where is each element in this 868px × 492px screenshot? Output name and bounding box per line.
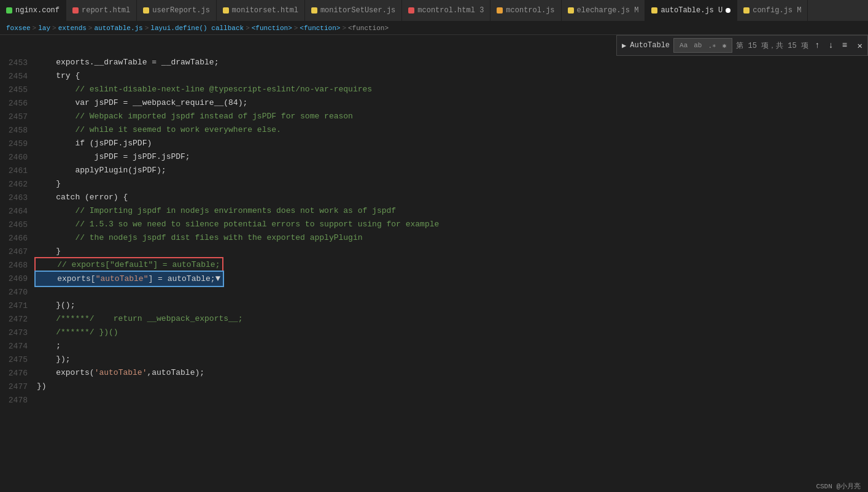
table-row: 2467 } (0, 245, 868, 258)
line-number: 2464 (0, 207, 37, 216)
breadcrumb-foxsee[interactable]: foxsee (6, 25, 31, 32)
breadcrumb-sep-4: > (246, 25, 250, 32)
tab-icon-nginx (6, 7, 12, 13)
tab-report[interactable]: report.html (66, 0, 137, 21)
code-token: reason (324, 112, 353, 121)
search-trigger[interactable]: ▶ (622, 41, 626, 50)
line-number: 2473 (0, 328, 37, 337)
table-row: 2463 catch (error) { (0, 191, 868, 204)
code-token: exports( (37, 368, 95, 377)
tab-label-mcontrol-html: mcontrol.html 3 (417, 6, 484, 15)
table-row: 2455 // eslint-disable-next-line @typesc… (0, 83, 868, 96)
search-next-btn[interactable]: ↓ (826, 39, 835, 52)
code-token (37, 301, 56, 310)
line-content: // Webpack imported jspdf instead of jsP… (37, 110, 862, 123)
search-menu-btn[interactable]: ≡ (840, 39, 850, 52)
breadcrumb-lay[interactable]: lay (38, 25, 50, 32)
cursor-arrow: ▼ (215, 274, 220, 283)
line-number: 2467 (0, 247, 37, 256)
line-number: 2454 (0, 72, 37, 81)
tab-label-elecharge: elecharge.js M (577, 6, 639, 15)
code-token: catch (error) { (37, 193, 128, 202)
tab-monitorsetuser[interactable]: monitorSetUser.js (305, 0, 402, 21)
tab-monitorset[interactable]: monitorset.html (217, 0, 305, 21)
breadcrumb-fn2[interactable]: <function> (300, 25, 340, 32)
line-content: } (37, 177, 862, 191)
line-number: 2474 (0, 342, 37, 351)
code-token: ] = autoTable; (148, 274, 215, 283)
line-number: 2456 (0, 99, 37, 108)
line-number: 2455 (0, 85, 37, 94)
table-row: 2465 // 1.5.3 so we need to silence pote… (0, 218, 868, 231)
table-row: 2476 exports('autoTable',autoTable); (0, 366, 868, 380)
breadcrumb-layui-define[interactable]: layui.define() callback (150, 25, 244, 32)
code-token: (); (61, 301, 75, 310)
tab-autotable[interactable]: autoTable.js U (645, 0, 737, 21)
code-token: var jsPDF = __webpack_require__(84); (37, 98, 247, 107)
table-row: 2461 applyPlugin(jsPDF); (0, 164, 868, 177)
code-token: try { (37, 71, 80, 80)
line-number: 2463 (0, 193, 37, 202)
code-token: exports.__drawTable = __drawTable; (37, 58, 219, 67)
search-prev-btn[interactable]: ↑ (812, 39, 822, 52)
tab-icon-config (743, 7, 750, 13)
code-token: // 1.5.3 so we need to silence potential… (37, 220, 439, 229)
search-word-btn[interactable]: ab (692, 41, 703, 50)
line-number: 2460 (0, 153, 37, 162)
tab-nginx[interactable]: nginx.conf (0, 0, 66, 21)
line-content: catch (error) { (37, 191, 862, 204)
code-token: // while it seemed to work everywhere el… (37, 125, 281, 134)
line-content: // Importing jspdf in nodejs environment… (37, 204, 862, 218)
line-content: applyPlugin(jsPDF); (37, 164, 862, 177)
tab-icon-monitorsetuser (311, 7, 317, 13)
tab-mcontrol-html[interactable]: mcontrol.html 3 (402, 0, 490, 21)
tab-mcontrol-js[interactable]: mcontrol.js (490, 0, 561, 21)
line-content: ; (37, 339, 862, 353)
table-row: 2469 exports["autoTable"] = autoTable;▼ (0, 272, 868, 285)
search-close-btn[interactable]: ✕ (858, 40, 862, 51)
search-case-btn[interactable]: Aa (678, 41, 689, 50)
line-number: 2468 (0, 261, 37, 270)
breadcrumb: foxsee > lay > extends > autoTable.js > … (0, 21, 868, 35)
breadcrumb-autotable[interactable]: autoTable.js (94, 25, 142, 32)
code-token: applyPlugin(jsPDF); (37, 166, 166, 175)
tab-config[interactable]: config.js M (737, 0, 808, 21)
line-number: 2466 (0, 234, 37, 243)
breadcrumb-sep-6: > (342, 25, 346, 32)
code-token: 'autoTable' (95, 368, 147, 377)
search-panel: ▶ AutoTable Aa ab .∗ ✱ 第 15 项，共 15 项 ↑ ↓… (616, 35, 868, 56)
breadcrumb-fn1[interactable]: <function> (252, 25, 292, 32)
line-number: 2472 (0, 315, 37, 324)
table-row: 2466 // the nodejs jspdf dist files with… (0, 231, 868, 245)
code-token: /******/ return __webpack_exports__; (37, 314, 242, 323)
table-row: 2457 // Webpack imported jspdf instead o… (0, 110, 868, 123)
tab-icon-report (72, 7, 79, 13)
search-highlight-btn[interactable]: ✱ (721, 41, 729, 50)
code-lines: 2453 exports.__drawTable = __drawTable;2… (0, 56, 868, 407)
code-token: // Importing jspdf in nodejs environment… (37, 206, 396, 215)
table-row: 2462 } (0, 177, 868, 191)
breadcrumb-extends[interactable]: extends (58, 25, 87, 32)
search-input-box: Aa ab .∗ ✱ (673, 38, 732, 53)
tab-userreport[interactable]: userReport.js (137, 0, 217, 21)
line-number: 2469 (0, 274, 37, 283)
line-content: }); (37, 353, 862, 366)
tab-elecharge[interactable]: elecharge.js M (562, 0, 646, 21)
line-number: 2470 (0, 288, 37, 297)
search-count: 第 15 项，共 15 项 (736, 40, 808, 51)
line-content: exports.__drawTable = __drawTable; (37, 56, 862, 69)
code-token: if (jsPDF.jsPDF) (37, 139, 152, 148)
code-token: // eslint-disable-next-line @typescript-… (37, 85, 372, 94)
code-area[interactable]: 2453 exports.__drawTable = __drawTable;2… (0, 35, 868, 492)
table-row: 2473 /******/ })() (0, 326, 868, 339)
tab-icon-userreport (143, 7, 149, 13)
tab-bar: nginx.conf report.html userReport.js mon… (0, 0, 868, 21)
tab-label-config: config.js M (753, 6, 801, 15)
table-row: 2477}) (0, 380, 868, 393)
line-number: 2476 (0, 369, 37, 378)
search-regex-btn[interactable]: .∗ (706, 41, 718, 50)
line-number: 2458 (0, 126, 37, 135)
table-row: 2478 (0, 393, 868, 407)
line-number: 2471 (0, 301, 37, 310)
line-content: /******/ return __webpack_exports__; (37, 312, 862, 326)
